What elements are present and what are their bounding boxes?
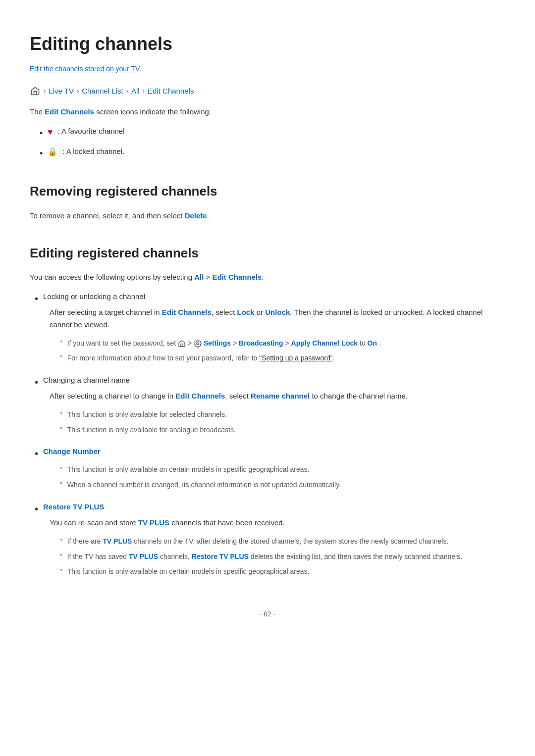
breadcrumb-channel-list[interactable]: Channel List: [82, 85, 123, 97]
editing-intro-before: You can access the following options by …: [30, 273, 194, 281]
chevron-icon-3: ›: [126, 86, 128, 97]
list-item-rename: • Changing a channel name After selectin…: [35, 374, 505, 437]
change-number-label: Change Number: [43, 446, 101, 457]
favourite-description: : A favourite channel: [57, 125, 124, 137]
rename-body: After selecting a channel to change in E…: [50, 390, 505, 403]
intro-text: The Edit Channels screen icons indicate …: [30, 106, 505, 118]
list-item-change-number: • Change Number " This function is only …: [35, 446, 505, 492]
home-icon-inline: [178, 340, 186, 348]
removing-body: To remove a channel, select it, and then…: [30, 210, 505, 222]
bullet-row-locking: • Locking or unlocking a channel: [35, 291, 505, 306]
quote-mark-3: ": [59, 409, 62, 422]
intro-highlight: Edit Channels: [45, 107, 94, 116]
sub-note-restore-3: " This function is only available on cer…: [59, 566, 505, 579]
home-icon: [30, 86, 41, 97]
svg-point-0: [197, 343, 199, 345]
breadcrumb-all[interactable]: All: [131, 85, 140, 97]
icons-list: • ♥ : A favourite channel • 🔒 : A locked…: [40, 125, 505, 161]
sub-note-change-number-1: " This function is only available on cer…: [59, 464, 505, 477]
section-editing-title: Editing registered channels: [30, 243, 505, 264]
restore-body: You can re-scan and store TV PLUS channe…: [50, 517, 505, 529]
bullet-row-change-number: • Change Number: [35, 446, 505, 461]
sub-note-restore-2: " If the TV has saved TV PLUS channels, …: [59, 552, 505, 564]
intro-before: The: [30, 107, 45, 116]
locked-description: : A locked channel.: [62, 146, 124, 157]
gear-icon-inline: [194, 340, 202, 348]
quote-mark-7: ": [59, 536, 62, 549]
page-footer: - 62 -: [30, 608, 505, 619]
breadcrumb-live-tv[interactable]: Live TV: [49, 85, 74, 97]
list-item-locking: • Locking or unlocking a channel After s…: [35, 291, 505, 365]
removing-before: To remove a channel, select it, and then…: [30, 211, 185, 220]
editing-chevron: >: [204, 273, 212, 281]
list-item-favourite: • ♥ : A favourite channel: [40, 125, 505, 141]
sub-note-password-info: " For more information about how to set …: [59, 353, 505, 365]
setting-up-password-link[interactable]: "Setting up a password": [259, 354, 332, 362]
heart-icon: ♥: [48, 125, 53, 139]
editing-edit-channels: Edit Channels: [212, 273, 262, 281]
intro-after: screen icons indicate the following:: [94, 107, 211, 116]
removing-delete: Delete: [185, 211, 207, 220]
bullet-dot-locking: •: [35, 291, 38, 306]
quote-mark-4: ": [59, 425, 62, 437]
sub-note-rename-1: " This function is only available for se…: [59, 409, 505, 422]
bullet-dot-change-number: •: [35, 446, 38, 461]
locking-label: Locking or unlocking a channel: [43, 291, 145, 302]
quote-mark-9: ": [59, 566, 62, 579]
editing-bullets-list: • Locking or unlocking a channel After s…: [35, 291, 505, 579]
bullet-dot: •: [40, 147, 43, 161]
locking-body: After selecting a target channel in Edit…: [50, 306, 505, 331]
locking-indent: After selecting a target channel in Edit…: [50, 306, 505, 365]
page-subtitle: Edit the channels stored on your TV.: [30, 63, 505, 74]
quote-mark-8: ": [59, 552, 62, 564]
quote-mark-1: ": [59, 338, 62, 351]
breadcrumb: › Live TV › Channel List › All › Edit Ch…: [30, 85, 505, 97]
page-title: Editing channels: [30, 30, 505, 58]
removing-after: .: [207, 211, 209, 220]
rename-label: Changing a channel name: [43, 374, 130, 386]
sub-note-change-number-2: " When a channel number is changed, its …: [59, 480, 505, 492]
editing-intro: You can access the following options by …: [30, 271, 505, 284]
rename-indent: After selecting a channel to change in E…: [50, 390, 505, 437]
quote-mark-5: ": [59, 464, 62, 477]
bullet-dot: •: [40, 126, 43, 141]
chevron-icon-4: ›: [143, 86, 145, 97]
quote-mark-2: ": [59, 353, 62, 365]
quote-mark-6: ": [59, 480, 62, 492]
password-note-text: If you want to set the password, set >: [67, 338, 381, 349]
bullet-row-restore: • Restore TV PLUS: [35, 501, 505, 517]
section-removing-title: Removing registered channels: [30, 181, 505, 202]
chevron-icon-1: ›: [44, 86, 46, 97]
restore-indent: You can re-scan and store TV PLUS channe…: [50, 517, 505, 579]
list-item-locked: • 🔒 : A locked channel.: [40, 146, 505, 161]
breadcrumb-edit-channels[interactable]: Edit Channels: [148, 85, 194, 97]
bullet-row-rename: • Changing a channel name: [35, 374, 505, 390]
sub-note-rename-2: " This function is only available for an…: [59, 425, 505, 437]
sub-note-password: " If you want to set the password, set >: [59, 338, 505, 351]
change-number-indent: " This function is only available on cer…: [50, 464, 505, 492]
chevron-icon-2: ›: [77, 86, 79, 97]
list-item-restore-tv-plus: • Restore TV PLUS You can re-scan and st…: [35, 501, 505, 579]
restore-tv-plus-label: Restore TV PLUS: [43, 501, 104, 513]
editing-all: All: [194, 273, 204, 281]
bullet-dot-restore: •: [35, 501, 38, 517]
lock-icon: 🔒: [48, 146, 57, 158]
bullet-dot-rename: •: [35, 374, 38, 390]
editing-colon: :: [262, 273, 264, 281]
sub-note-restore-1: " If there are TV PLUS channels on the T…: [59, 536, 505, 549]
